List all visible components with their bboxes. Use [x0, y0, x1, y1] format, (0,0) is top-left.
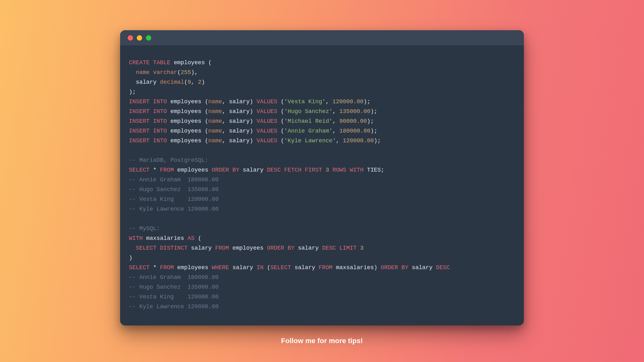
code-token: -- MySQL: — [129, 225, 160, 232]
code-token: 9 — [188, 79, 191, 85]
code-token: INTO — [153, 108, 167, 115]
code-token — [302, 167, 305, 173]
code-token: DESC — [322, 245, 336, 251]
code-token — [336, 245, 339, 251]
code-token: -- Kyle Lawrence 120000.00 — [129, 206, 219, 212]
code-token: , salary) — [222, 138, 257, 144]
code-token: FROM — [160, 264, 174, 271]
code-token: 3 — [360, 245, 364, 251]
code-token: BY — [288, 245, 295, 251]
code-token — [150, 128, 153, 134]
code-token — [329, 167, 332, 173]
code-token: WHERE — [212, 264, 229, 271]
code-token: , — [325, 99, 332, 105]
code-token: 180000.00 — [339, 128, 370, 134]
code-token: -- Annie Graham 180000.00 — [129, 177, 219, 183]
code-token: , — [336, 138, 343, 144]
code-token: 135000.00 — [339, 108, 370, 115]
code-token: TABLE — [153, 59, 170, 66]
code-token: employees ( — [167, 108, 208, 115]
code-token: DESC — [267, 167, 281, 173]
code-token: FROM — [215, 245, 229, 251]
code-token: salary — [229, 264, 257, 271]
code-token: DESC — [436, 264, 450, 271]
code-token: 'Annie Graham' — [284, 128, 333, 134]
code-token: , — [332, 118, 339, 124]
code-token: ), — [191, 69, 198, 76]
code-token: maxsalaries) — [332, 264, 381, 271]
code-token: salary — [295, 245, 322, 251]
code-token: INSERT — [129, 118, 150, 124]
code-block: CREATE TABLE employees ( name varchar(25… — [129, 58, 515, 312]
code-token: ORDER — [381, 264, 398, 271]
code-token — [150, 138, 153, 144]
window-close-icon[interactable] — [128, 35, 133, 41]
code-token — [284, 245, 288, 251]
page-background: CREATE TABLE employees ( name varchar(25… — [0, 0, 644, 362]
code-token: decimal — [160, 79, 184, 85]
code-token: CREATE — [129, 59, 150, 66]
code-token: name — [208, 108, 222, 115]
code-token: name — [208, 138, 222, 144]
code-token — [157, 245, 160, 251]
code-token: 'Vesta King' — [284, 99, 326, 105]
code-token: INSERT — [129, 138, 150, 144]
code-token: WITH — [350, 167, 364, 173]
code-token — [129, 69, 136, 76]
code-token: * — [150, 167, 160, 173]
code-token — [150, 69, 153, 76]
code-token: , salary) — [222, 118, 257, 124]
code-token: salary — [291, 264, 319, 271]
code-token: ( — [177, 69, 181, 76]
code-token: VALUES — [257, 118, 277, 124]
code-token: ( — [277, 118, 284, 124]
code-token: ( — [184, 79, 188, 85]
code-token: salary — [129, 79, 160, 85]
code-token: INSERT — [129, 108, 150, 115]
code-token: INTO — [153, 128, 167, 134]
code-token: ); — [374, 138, 381, 144]
code-token: salary — [239, 167, 267, 173]
code-token: 120000.00 — [343, 138, 374, 144]
code-token: ( — [264, 264, 270, 271]
code-token: VALUES — [257, 138, 277, 144]
code-token — [357, 245, 360, 251]
code-token: employees ( — [167, 138, 208, 144]
code-token: employees ( — [167, 118, 208, 124]
code-token: 3 — [325, 167, 329, 173]
code-token: INTO — [153, 118, 167, 124]
code-token: 120000.00 — [332, 99, 364, 105]
code-token: DISTINCT — [160, 245, 188, 251]
window-zoom-icon[interactable] — [146, 35, 151, 41]
code-token: VALUES — [257, 108, 277, 115]
code-token: INSERT — [129, 99, 150, 105]
window-minimize-icon[interactable] — [137, 35, 142, 41]
code-token: name — [208, 128, 222, 134]
window-titlebar — [120, 30, 524, 45]
code-body: CREATE TABLE employees ( name varchar(25… — [120, 45, 524, 325]
code-token: -- Annie Graham 180000.00 — [129, 274, 219, 280]
code-token — [346, 167, 350, 173]
code-token: employees — [174, 264, 212, 271]
code-token: , — [332, 108, 339, 115]
code-token: varchar — [153, 69, 177, 76]
code-token: ( — [277, 128, 284, 134]
code-token: FROM — [160, 167, 174, 173]
code-token: -- Hugo Sanchez 135000.00 — [129, 284, 219, 290]
code-token: AS — [188, 235, 195, 241]
code-token: INTO — [153, 138, 167, 144]
code-token: ); — [370, 108, 377, 115]
code-token: WITH — [129, 235, 143, 241]
code-token: ) — [201, 79, 205, 85]
code-token: employees — [229, 245, 267, 251]
code-token: 90000.00 — [339, 118, 367, 124]
code-token: , — [332, 128, 339, 134]
code-token: , salary) — [222, 108, 257, 115]
code-token: FIRST — [305, 167, 322, 173]
code-token: SELECT — [129, 264, 150, 271]
code-token: ( — [277, 99, 284, 105]
code-token: employees ( — [167, 99, 208, 105]
code-token: 'Michael Reid' — [284, 118, 333, 124]
code-token — [398, 264, 402, 271]
code-token: -- Kyle Lawrence 120000.00 — [129, 303, 219, 310]
